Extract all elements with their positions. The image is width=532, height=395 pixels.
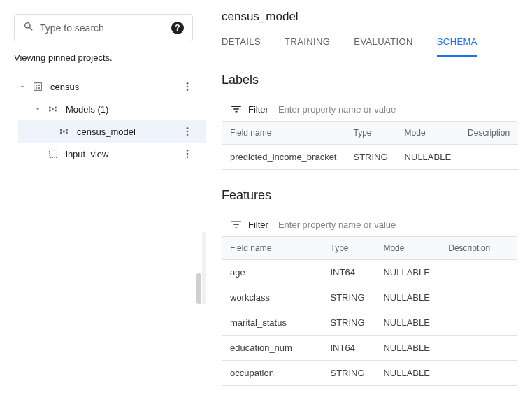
svg-point-19 <box>187 131 189 133</box>
cell-type: INT64 <box>322 336 375 361</box>
more-vert-icon[interactable] <box>182 126 193 137</box>
cell-mode: NULLABLE <box>375 260 440 285</box>
tab-details[interactable]: DETAILS <box>222 36 261 57</box>
filter-label: Filter <box>248 220 268 230</box>
table-row[interactable]: workclassSTRINGNULLABLE <box>222 285 517 310</box>
svg-point-2 <box>38 85 39 85</box>
svg-point-6 <box>187 86 189 88</box>
cell-type: STRING <box>322 310 375 336</box>
scrollbar-track <box>202 232 206 304</box>
labels-heading: Labels <box>222 73 517 87</box>
col-header-field[interactable]: Field name <box>222 122 345 145</box>
labels-table: Field name Type Mode Description predict… <box>222 122 518 170</box>
col-header-desc[interactable]: Description <box>440 237 517 260</box>
scrollbar-thumb[interactable] <box>196 273 201 304</box>
cell-mode: NULLABLE <box>375 336 440 361</box>
svg-point-23 <box>187 153 189 155</box>
tree-label: input_view <box>66 149 108 159</box>
svg-rect-16 <box>66 129 68 131</box>
model-icon <box>59 126 70 137</box>
col-header-mode[interactable]: Mode <box>375 237 440 260</box>
cell-field: occupation <box>222 361 322 386</box>
tree-view-input_view[interactable]: input_view <box>18 143 206 165</box>
search-input[interactable] <box>40 22 171 34</box>
cell-field: hours_per_week <box>222 386 322 396</box>
tab-schema[interactable]: SCHEMA <box>437 36 477 57</box>
sidebar: ? Viewing pinned projects. census Models… <box>0 0 206 395</box>
tree-models-folder[interactable]: Models (1) <box>18 98 206 120</box>
cell-desc <box>440 361 517 386</box>
table-row[interactable]: ageINT64NULLABLE <box>222 260 517 285</box>
page-title: census_model <box>222 10 517 24</box>
cell-field: marital_status <box>222 310 322 336</box>
cell-desc <box>459 145 518 170</box>
cell-desc <box>440 386 517 396</box>
tabs: DETAILS TRAINING EVALUATION SCHEMA <box>222 36 517 57</box>
col-header-type[interactable]: Type <box>322 237 375 260</box>
svg-point-24 <box>187 156 189 158</box>
features-heading: Features <box>222 188 517 203</box>
tree-label: Models (1) <box>66 104 108 115</box>
chevron-down-icon[interactable] <box>34 105 42 113</box>
schema-content: Labels Filter Field name Type Mode Descr… <box>206 57 532 395</box>
table-row[interactable]: marital_statusSTRINGNULLABLE <box>222 310 517 336</box>
svg-point-3 <box>36 87 36 88</box>
svg-rect-10 <box>52 108 54 110</box>
table-row[interactable]: hours_per_weekINT64NULLABLE <box>222 386 517 396</box>
cell-mode: NULLABLE <box>375 386 440 396</box>
table-row[interactable]: predicted_income_bracketSTRINGNULLABLE <box>222 145 518 170</box>
svg-point-18 <box>187 127 189 129</box>
tab-training[interactable]: TRAINING <box>285 36 330 57</box>
tree-model-census_model[interactable]: census_model <box>18 120 206 143</box>
svg-rect-15 <box>63 131 65 133</box>
cell-type: STRING <box>322 285 375 310</box>
cell-mode: NULLABLE <box>375 310 440 336</box>
svg-point-4 <box>38 87 39 88</box>
model-group-icon <box>48 103 59 115</box>
tree-label: census_model <box>77 127 136 137</box>
cell-desc <box>440 260 517 285</box>
header: census_model DETAILS TRAINING EVALUATION… <box>206 0 532 57</box>
main-panel: census_model DETAILS TRAINING EVALUATION… <box>206 0 532 395</box>
svg-rect-17 <box>66 132 68 134</box>
svg-point-7 <box>187 89 189 91</box>
features-filter-input[interactable] <box>278 220 508 230</box>
svg-rect-12 <box>55 110 57 112</box>
view-icon <box>48 148 59 159</box>
svg-rect-21 <box>50 150 57 158</box>
table-row[interactable]: occupationSTRINGNULLABLE <box>222 361 517 386</box>
cell-field: predicted_income_bracket <box>222 145 345 170</box>
dataset-icon <box>32 81 43 92</box>
filter-icon <box>230 218 243 231</box>
col-header-field[interactable]: Field name <box>222 237 322 260</box>
cell-type: INT64 <box>322 260 375 285</box>
svg-point-20 <box>187 134 189 136</box>
tab-evaluation[interactable]: EVALUATION <box>354 36 412 57</box>
svg-rect-11 <box>55 107 57 109</box>
features-filter[interactable]: Filter <box>222 213 517 237</box>
svg-rect-9 <box>49 110 51 112</box>
table-row[interactable]: education_numINT64NULLABLE <box>222 336 517 361</box>
col-header-desc[interactable]: Description <box>459 122 518 145</box>
labels-filter[interactable]: Filter <box>222 97 517 122</box>
col-header-mode[interactable]: Mode <box>396 122 459 145</box>
cell-mode: NULLABLE <box>375 361 440 386</box>
search-box[interactable]: ? <box>14 14 193 41</box>
more-vert-icon[interactable] <box>182 81 193 92</box>
cell-desc <box>440 336 517 361</box>
svg-point-1 <box>36 85 36 85</box>
viewing-pinned-label: Viewing pinned projects. <box>14 52 206 63</box>
cell-type: STRING <box>345 145 396 170</box>
cell-type: STRING <box>322 361 375 386</box>
tree-label: census <box>50 82 79 92</box>
svg-rect-0 <box>34 83 42 91</box>
more-vert-icon[interactable] <box>182 148 193 159</box>
labels-filter-input[interactable] <box>278 104 508 115</box>
svg-rect-8 <box>49 107 51 109</box>
chevron-down-icon[interactable] <box>18 82 27 91</box>
help-icon[interactable]: ? <box>171 22 184 34</box>
cell-field: education_num <box>222 336 322 361</box>
svg-rect-13 <box>60 129 62 131</box>
col-header-type[interactable]: Type <box>345 122 396 145</box>
tree-project-census[interactable]: census <box>18 76 206 98</box>
